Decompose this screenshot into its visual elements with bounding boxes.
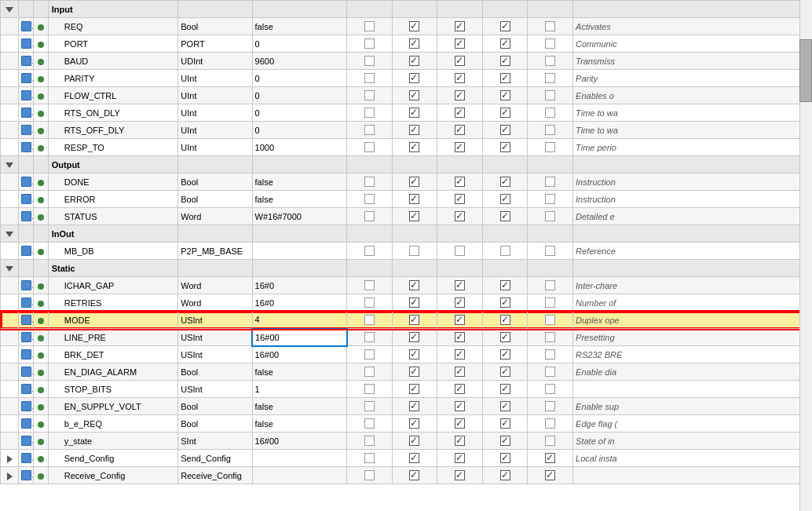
checkbox-checked[interactable]: [409, 90, 419, 100]
checkbox-unchecked[interactable]: [545, 246, 555, 256]
value-cell[interactable]: 0: [252, 104, 346, 122]
expand-cell[interactable]: [1, 312, 19, 329]
table-row[interactable]: RETRIESWord16#0Number of: [1, 294, 812, 312]
value-cell[interactable]: [252, 156, 346, 173]
checkbox-unchecked[interactable]: [545, 332, 555, 342]
checkbox-unchecked[interactable]: [545, 315, 555, 325]
checkbox-checked[interactable]: [500, 297, 510, 308]
value-cell[interactable]: [252, 467, 346, 484]
checkbox-unchecked[interactable]: [545, 125, 555, 135]
checkbox-checked[interactable]: [409, 367, 419, 377]
checkbox-checked[interactable]: [455, 56, 465, 66]
table-row[interactable]: PORTPORT0Communic: [1, 35, 812, 53]
value-cell[interactable]: 1000: [252, 139, 346, 156]
table-row[interactable]: REQBoolfalseActivates: [1, 18, 812, 35]
scrollbar[interactable]: [799, 0, 812, 511]
checkbox-checked[interactable]: [409, 297, 419, 308]
expand-cell[interactable]: [1, 450, 19, 467]
checkbox-checked[interactable]: [500, 436, 510, 446]
checkbox-checked[interactable]: [500, 38, 510, 49]
table-row[interactable]: RESP_TOUInt1000Time perio: [1, 139, 812, 156]
expand-cell[interactable]: [1, 35, 19, 53]
checkbox-unchecked[interactable]: [364, 315, 375, 325]
checkbox-unchecked[interactable]: [364, 73, 375, 83]
checkbox-checked[interactable]: [455, 280, 465, 290]
checkbox-checked[interactable]: [500, 125, 510, 135]
checkbox-unchecked[interactable]: [364, 453, 375, 463]
checkbox-checked[interactable]: [500, 21, 510, 31]
checkbox-unchecked[interactable]: [364, 108, 375, 118]
checkbox-unchecked[interactable]: [364, 280, 375, 290]
table-row[interactable]: b_e_REQBoolfalseEdge flag (: [1, 415, 812, 433]
table-row[interactable]: STATUSWordW#16#7000Detailed e: [1, 208, 812, 225]
checkbox-checked[interactable]: [409, 108, 419, 118]
table-row[interactable]: PARITYUInt0Parity: [1, 70, 812, 87]
checkbox-checked[interactable]: [455, 418, 465, 429]
checkbox-checked[interactable]: [409, 73, 419, 83]
checkbox-checked[interactable]: [455, 384, 465, 394]
value-cell[interactable]: false: [252, 173, 346, 191]
table-row[interactable]: Static: [1, 260, 812, 277]
checkbox-checked[interactable]: [409, 453, 419, 463]
checkbox-checked[interactable]: [455, 315, 465, 325]
checkbox-checked[interactable]: [500, 90, 510, 100]
expand-cell[interactable]: [1, 139, 19, 156]
value-input[interactable]: [255, 333, 343, 342]
checkbox-checked[interactable]: [455, 453, 465, 463]
table-row[interactable]: ERRORBoolfalseInstruction: [1, 191, 812, 208]
checkbox-checked[interactable]: [500, 108, 510, 118]
checkbox-checked[interactable]: [409, 21, 419, 31]
checkbox-checked[interactable]: [455, 177, 465, 187]
checkbox-unchecked[interactable]: [364, 246, 375, 256]
value-cell[interactable]: 16#00: [252, 346, 346, 363]
checkbox-unchecked[interactable]: [364, 125, 375, 135]
expand-cell[interactable]: [1, 363, 19, 381]
checkbox-checked[interactable]: [500, 453, 510, 463]
value-cell[interactable]: false: [252, 363, 346, 381]
expand-cell[interactable]: [1, 70, 19, 87]
checkbox-unchecked[interactable]: [545, 297, 555, 308]
checkbox-unchecked[interactable]: [545, 90, 555, 100]
table-row[interactable]: EN_SUPPLY_VOLTBoolfalseEnable sup: [1, 398, 812, 415]
expand-cell[interactable]: [1, 260, 19, 277]
checkbox-checked[interactable]: [455, 125, 465, 135]
table-row[interactable]: BAUDUDInt9600Transmiss: [1, 53, 812, 70]
expand-cell[interactable]: [1, 208, 19, 225]
value-cell[interactable]: [252, 329, 346, 346]
table-row[interactable]: STOP_BITSUSInt1: [1, 381, 812, 398]
checkbox-checked[interactable]: [455, 436, 465, 446]
checkbox-checked[interactable]: [409, 470, 419, 480]
checkbox-unchecked[interactable]: [545, 367, 555, 377]
checkbox-checked[interactable]: [409, 280, 419, 290]
checkbox-checked[interactable]: [455, 349, 465, 360]
checkbox-unchecked[interactable]: [545, 194, 555, 204]
checkbox-unchecked[interactable]: [545, 384, 555, 394]
value-cell[interactable]: [252, 260, 346, 277]
expand-cell[interactable]: [1, 1, 19, 18]
checkbox-unchecked[interactable]: [545, 436, 555, 446]
checkbox-checked[interactable]: [455, 194, 465, 204]
value-cell[interactable]: 4: [252, 312, 346, 329]
checkbox-checked[interactable]: [455, 142, 465, 152]
expand-icon[interactable]: [7, 455, 13, 463]
checkbox-checked[interactable]: [455, 297, 465, 308]
value-cell[interactable]: false: [252, 191, 346, 208]
expand-cell[interactable]: [1, 122, 19, 139]
expand-cell[interactable]: [1, 191, 19, 208]
checkbox-checked[interactable]: [409, 177, 419, 187]
value-cell[interactable]: 0: [252, 35, 346, 53]
expand-cell[interactable]: [1, 18, 19, 35]
checkbox-checked[interactable]: [500, 73, 510, 83]
value-cell[interactable]: 0: [252, 70, 346, 87]
value-cell[interactable]: 0: [252, 87, 346, 104]
expand-cell[interactable]: [1, 225, 19, 243]
expand-cell[interactable]: [1, 277, 19, 294]
checkbox-checked[interactable]: [455, 332, 465, 342]
value-cell[interactable]: false: [252, 398, 346, 415]
expand-cell[interactable]: [1, 156, 19, 173]
table-row[interactable]: DONEBoolfalseInstruction: [1, 173, 812, 191]
checkbox-checked[interactable]: [500, 332, 510, 342]
expand-cell[interactable]: [1, 433, 19, 450]
value-cell[interactable]: [252, 225, 346, 243]
checkbox-checked[interactable]: [500, 56, 510, 66]
